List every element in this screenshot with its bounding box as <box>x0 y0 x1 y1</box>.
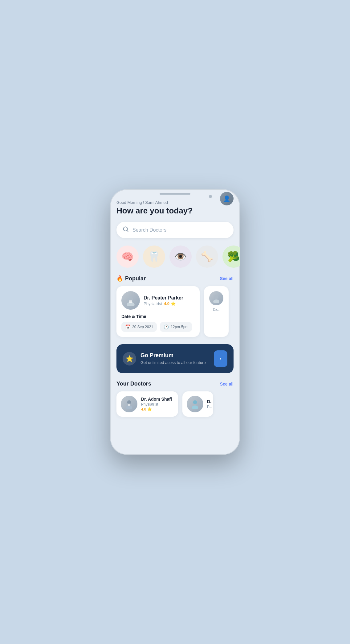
svg-point-5 <box>214 295 218 299</box>
phone-shell: 👤 Good Morning ! Sami Ahmed How are you … <box>110 189 240 455</box>
notch-pill <box>160 193 190 195</box>
premium-arrow-button[interactable]: › <box>214 350 227 367</box>
notch-area: 👤 <box>110 189 240 197</box>
categories-row: 🧠 🦷 👁️ 🦴 🥦 <box>116 246 234 268</box>
time-chip-0: 🕐 12pm-5pm <box>160 322 192 332</box>
doctor-specialty-0: Physiatrist <box>144 301 162 306</box>
your-doctors-section: Your Doctors See all Dr. Adom Shafi <box>116 381 234 417</box>
your-doctor-name-0: Dr. Adom Shafi <box>141 397 172 402</box>
clock-icon-0: 🕐 <box>164 324 169 329</box>
doctor-card-header-0: Dr. Peater Parker Physiatrist 4.0 ⭐ <box>121 291 195 310</box>
brain-icon-circle: 🧠 <box>116 246 139 268</box>
your-doctor-avatar-0 <box>121 396 137 412</box>
doctor-name-0: Dr. Peater Parker <box>144 295 183 301</box>
date-chip-0: 📅 20 Sep 2021 <box>121 322 157 332</box>
greeting-text: Good Morning ! Sami Ahmed <box>116 200 234 205</box>
calendar-icon-0: 📅 <box>125 324 130 329</box>
svg-point-8 <box>126 406 132 409</box>
premium-title: Go Premium <box>140 352 210 359</box>
popular-doctor-card-1-partial[interactable]: Da... <box>204 286 229 337</box>
premium-banner[interactable]: ⭐ Go Premium Get unlimited acess to all … <box>116 344 234 373</box>
premium-text-block: Go Premium Get unlimited acess to all ou… <box>140 352 210 365</box>
premium-description: Get unlimited acess to all our feature <box>140 360 210 365</box>
doctor-spec-row-0: Physiatrist 4.0 ⭐ <box>144 301 183 306</box>
doctor-avatar-0 <box>121 291 140 310</box>
your-doctor-rating-0: 4.0 ⭐ <box>141 407 172 411</box>
partial-label: Da... <box>213 308 219 311</box>
popular-see-all[interactable]: See all <box>220 276 234 281</box>
popular-title: 🔥 Popular <box>116 275 146 282</box>
doctor-info-0: Dr. Peater Parker Physiatrist 4.0 ⭐ <box>144 295 183 306</box>
your-doctor-avatar-1 <box>187 396 203 412</box>
your-doctor-spec-0: Physiatrist <box>141 402 172 407</box>
svg-point-7 <box>127 400 131 404</box>
category-bone[interactable]: 🦴 <box>196 246 218 268</box>
tooth-icon-circle: 🦷 <box>143 246 165 268</box>
popular-scroll: Dr. Peater Parker Physiatrist 4.0 ⭐ Date… <box>116 286 234 337</box>
your-doctor-card-1-partial[interactable]: D... P... <box>182 391 213 417</box>
fire-icon: 🔥 <box>116 275 123 282</box>
category-eye[interactable]: 👁️ <box>169 246 192 268</box>
premium-star-icon: ⭐ <box>123 352 136 365</box>
svg-point-10 <box>193 400 197 404</box>
date-time-row-0: 📅 20 Sep 2021 🕐 12pm-5pm <box>121 322 195 332</box>
date-time-label-0: Date & Time <box>121 314 195 319</box>
main-scroll: Good Morning ! Sami Ahmed How are you to… <box>110 197 240 455</box>
bone-icon-circle: 🦴 <box>196 246 218 268</box>
your-doctors-see-all[interactable]: See all <box>220 382 234 386</box>
popular-section-header: 🔥 Popular See all <box>116 275 234 282</box>
eye-icon-circle: 👁️ <box>169 246 192 268</box>
your-doctors-title: Your Doctors <box>116 381 151 387</box>
your-doctor-info-1: D... P... <box>207 399 213 409</box>
your-doctor-info-0: Dr. Adom Shafi Physiatrist 4.0 ⭐ <box>141 397 172 411</box>
svg-rect-4 <box>129 300 132 303</box>
svg-point-11 <box>192 406 198 409</box>
popular-doctor-card-0[interactable]: Dr. Peater Parker Physiatrist 4.0 ⭐ Date… <box>116 286 200 337</box>
category-brain[interactable]: 🧠 <box>116 246 139 268</box>
category-tooth[interactable]: 🦷 <box>143 246 165 268</box>
top-avatar: 👤 <box>220 192 234 205</box>
doctor-avatar-1 <box>209 291 223 305</box>
category-broccoli[interactable]: 🥦 <box>222 246 240 268</box>
your-doctor-card-0[interactable]: Dr. Adom Shafi Physiatrist 4.0 ⭐ <box>116 391 178 417</box>
main-heading: How are you today? <box>116 206 234 216</box>
search-bar[interactable]: Search Doctors <box>116 222 234 238</box>
svg-rect-9 <box>128 404 130 406</box>
broccoli-icon-circle: 🥦 <box>222 246 240 268</box>
camera-dot <box>209 195 212 198</box>
your-doctors-row: Dr. Adom Shafi Physiatrist 4.0 ⭐ <box>116 391 234 417</box>
svg-point-6 <box>213 299 219 303</box>
date-value-0: 20 Sep 2021 <box>132 325 153 329</box>
your-doctors-header: Your Doctors See all <box>116 381 234 387</box>
svg-line-1 <box>127 230 128 232</box>
search-placeholder-text: Search Doctors <box>132 227 166 233</box>
doctor-rating-0: 4.0 ⭐ <box>164 301 176 306</box>
time-value-0: 12pm-5pm <box>171 325 188 329</box>
search-icon <box>123 226 129 234</box>
